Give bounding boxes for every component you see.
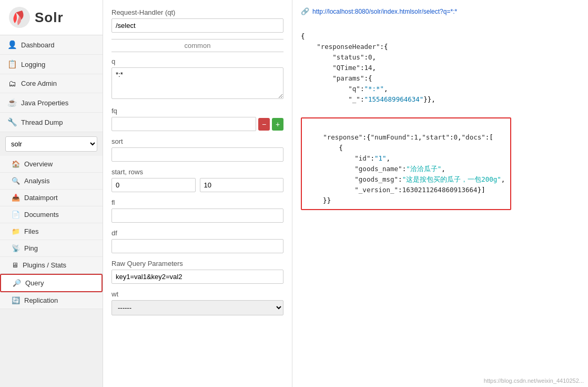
sidebar-item-label: Core Admin (21, 80, 57, 87)
common-section-header: common (111, 39, 283, 52)
start-rows-label: start, rows (111, 168, 283, 176)
logging-icon: 📋 (7, 59, 17, 69)
sidebar-item-thread-dump[interactable]: 🔧 Thread Dump (0, 113, 103, 132)
fq-label: fq (111, 107, 283, 115)
sidebar-sub-label: Dataimport (24, 194, 58, 202)
sidebar-item-logging[interactable]: 📋 Logging (0, 55, 103, 74)
fq-group: fq − + (111, 107, 283, 131)
query-icon: 🔎 (13, 279, 21, 287)
handler-input[interactable] (111, 18, 283, 33)
analysis-icon: 🔍 (12, 177, 20, 185)
url-icon: 🔗 (301, 7, 309, 15)
url-text: http://localhost:8080/solr/index.htmlsol… (312, 8, 457, 15)
df-group: df (111, 229, 283, 253)
wt-select[interactable]: ------ json xml csv python ruby php (111, 300, 283, 315)
handler-group: Request-Handler (qt) (111, 8, 283, 33)
sidebar-sub-label: Plugins / Stats (23, 261, 66, 269)
sidebar-sub-label: Analysis (24, 177, 49, 185)
sidebar-item-label: Java Properties (21, 99, 68, 107)
result-panel: 🔗 http://localhost:8080/solr/index.htmls… (292, 0, 588, 387)
sidebar-item-dataimport[interactable]: 📥 Dataimport (0, 190, 103, 206)
df-label: df (111, 229, 283, 237)
sidebar-nav: 👤 Dashboard 📋 Logging 🗂 Core Admin ☕ Jav… (0, 35, 103, 387)
fl-input[interactable] (111, 209, 283, 223)
sidebar-item-java-properties[interactable]: ☕ Java Properties (0, 93, 103, 113)
sidebar-item-overview[interactable]: 🏠 Overview (0, 156, 103, 173)
wt-group: wt ------ json xml csv python ruby php (111, 290, 283, 315)
content-area: Request-Handler (qt) common q *:* fq − +… (103, 0, 588, 387)
logo-area: Solr (0, 0, 103, 35)
sidebar-item-ping[interactable]: 📡 Ping (0, 240, 103, 257)
sidebar: Solr 👤 Dashboard 📋 Logging 🗂 Core Admin … (0, 0, 103, 387)
q-group: q *:* (111, 57, 283, 101)
df-input[interactable] (111, 239, 283, 253)
sidebar-item-label: Dashboard (21, 41, 55, 49)
sidebar-sub-label: Files (24, 227, 38, 235)
json-output: { "responseHeader":{ "status":0, "QTime"… (301, 21, 580, 221)
q-label: q (111, 57, 283, 65)
core-admin-icon: 🗂 (7, 79, 17, 88)
dashboard-icon: 👤 (7, 40, 17, 49)
ping-icon: 📡 (12, 244, 20, 252)
json-response-line-3: "id":"1", (331, 154, 390, 162)
start-rows-inputs (111, 178, 283, 192)
sidebar-sub-label: Documents (24, 211, 59, 219)
response-highlight-box: "response":{"numFound":1,"start":0,"docs… (301, 117, 511, 210)
watermark: https://blog.csdn.net/weixin_4410252... (484, 378, 584, 384)
rows-input[interactable] (200, 178, 284, 192)
sidebar-item-core-admin[interactable]: 🗂 Core Admin (0, 74, 103, 93)
raw-query-input[interactable] (111, 270, 283, 284)
json-response-line-7: }} (315, 196, 331, 204)
sidebar-item-documents[interactable]: 📄 Documents (0, 206, 103, 223)
core-select[interactable]: solr (5, 136, 97, 152)
core-selector-group: solr (5, 136, 97, 152)
sidebar-sub-label: Replication (24, 296, 58, 304)
json-line-5: "params":{ (317, 74, 372, 82)
java-icon: ☕ (7, 98, 17, 107)
json-line-2: "responseHeader":{ (309, 43, 388, 51)
sidebar-item-files[interactable]: 📁 Files (0, 223, 103, 240)
sidebar-item-analysis[interactable]: 🔍 Analysis (0, 173, 103, 190)
sidebar-item-query[interactable]: 🔎 Query (0, 274, 103, 292)
json-response-line-6: "_version_":1630211264860913664}] (331, 186, 485, 194)
sort-group: sort (111, 137, 283, 162)
start-input[interactable] (111, 178, 196, 192)
json-line-6: "q":"*:*", (325, 85, 388, 93)
url-bar: 🔗 http://localhost:8080/solr/index.htmls… (301, 7, 580, 15)
fq-input[interactable] (111, 117, 256, 131)
json-response-line-5: "goods_msg":"这是按包买的瓜子，一包200g", (331, 175, 505, 183)
logo-text: Solr (35, 9, 64, 26)
sidebar-item-replication[interactable]: 🔄 Replication (0, 292, 103, 309)
raw-query-group: Raw Query Parameters (111, 260, 283, 284)
replication-icon: 🔄 (12, 296, 20, 304)
sidebar-item-plugins[interactable]: 🖥 Plugins / Stats (0, 257, 103, 274)
json-line-3: "status":0, (317, 53, 376, 61)
q-input[interactable]: *:* (111, 67, 283, 99)
form-panel: Request-Handler (qt) common q *:* fq − +… (103, 0, 292, 387)
sort-label: sort (111, 137, 283, 145)
sidebar-sub-label: Query (25, 279, 44, 287)
sort-input[interactable] (111, 147, 283, 162)
fq-plus-button[interactable]: + (272, 118, 283, 131)
dataimport-icon: 📥 (12, 194, 20, 202)
sidebar-item-label: Logging (21, 61, 45, 68)
fl-group: fl (111, 199, 283, 223)
fl-label: fl (111, 199, 283, 206)
handler-label: Request-Handler (qt) (111, 8, 283, 16)
json-line-7: "_":"1554689964634"}}, (325, 95, 435, 103)
main-content: Request-Handler (qt) common q *:* fq − +… (103, 0, 588, 387)
wt-label: wt (111, 290, 283, 298)
fq-minus-button[interactable]: − (258, 118, 270, 131)
json-line-4: "QTime":14, (317, 64, 376, 72)
json-response-line-4: "goods_name":"洽洽瓜子", (331, 165, 445, 173)
solr-logo-icon (8, 6, 31, 28)
plugins-icon: 🖥 (12, 261, 18, 269)
sidebar-item-label: Thread Dump (21, 118, 63, 126)
start-rows-group: start, rows (111, 168, 283, 192)
files-icon: 📁 (12, 227, 20, 235)
sidebar-sub-label: Ping (24, 244, 38, 252)
overview-icon: 🏠 (12, 160, 20, 168)
sidebar-item-dashboard[interactable]: 👤 Dashboard (0, 35, 103, 55)
thread-dump-icon: 🔧 (7, 117, 17, 127)
fq-row: − + (111, 117, 283, 131)
